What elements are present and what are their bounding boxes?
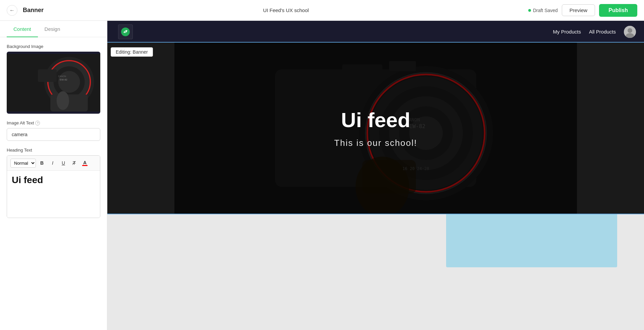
underline-button[interactable]: U (59, 158, 68, 168)
publish-button[interactable]: Publish (599, 4, 637, 17)
strikethrough-button[interactable]: T̸ (69, 158, 79, 168)
site-title: UI Feed's UX school (263, 7, 309, 13)
italic-button[interactable]: I (48, 158, 57, 168)
website-nav: My Products All Products (107, 21, 644, 43)
panel-title: Banner (23, 7, 44, 14)
nav-logo-icon (118, 24, 133, 39)
alt-text-input[interactable] (7, 128, 100, 141)
bg-image-label: Background Image (7, 44, 100, 49)
nav-my-products[interactable]: My Products (553, 29, 581, 35)
svg-text:CANON: CANON (58, 75, 66, 77)
tab-design[interactable]: Design (38, 21, 67, 37)
svg-point-4 (58, 71, 80, 93)
alt-text-label: Image Alt Text ? (7, 120, 100, 125)
svg-point-13 (628, 28, 632, 33)
bold-button[interactable]: B (37, 158, 47, 168)
text-format-select[interactable]: Normal (10, 159, 36, 168)
alt-text-info-icon[interactable]: ? (35, 121, 40, 125)
editor-toolbar: Normal B I U T̸ A (7, 156, 100, 171)
draft-dot (528, 9, 531, 12)
nav-logo-area (115, 24, 136, 39)
sidebar: Content Design Background Image (0, 21, 107, 330)
heading-text-section: Heading Text Normal B I U T̸ A (7, 148, 100, 218)
user-avatar[interactable] (624, 26, 636, 38)
heading-editor-body[interactable]: Ui feed (7, 171, 100, 218)
sidebar-tabs: Content Design (7, 21, 100, 37)
banner-heading: Ui feed (341, 108, 411, 132)
top-bar-left: ← Banner (7, 5, 44, 16)
draft-saved-label: Draft Saved (533, 8, 558, 13)
banner-subtext: This is our school! (334, 138, 417, 148)
editing-badge: Editing: Banner (111, 47, 153, 57)
heading-editor-text: Ui feed (12, 175, 43, 185)
sidebar-content: Background Image (0, 37, 107, 225)
tab-content[interactable]: Content (7, 21, 38, 37)
sidebar-header: Content Design (0, 21, 107, 37)
banner-content: Ui feed This is our school! (107, 43, 644, 214)
color-a-letter: A (83, 160, 87, 165)
preview-button[interactable]: Preview (562, 4, 595, 16)
banner-section[interactable]: Editing: Banner (107, 43, 644, 214)
back-button[interactable]: ← (7, 5, 17, 16)
top-bar-right: Draft Saved Preview Publish (528, 4, 637, 17)
svg-rect-6 (50, 94, 88, 111)
alt-text-section: Image Alt Text ? (7, 120, 100, 141)
nav-right: My Products All Products (553, 26, 636, 38)
main-layout: Content Design Background Image (0, 21, 644, 330)
bg-image-section: Background Image (7, 44, 100, 114)
website-preview: My Products All Products Editing: Banner (107, 21, 644, 267)
bg-image-preview[interactable]: EW-82 CANON (7, 52, 100, 114)
svg-rect-8 (38, 69, 57, 82)
canvas-area: My Products All Products Editing: Banner (107, 21, 644, 330)
heading-text-label: Heading Text (7, 148, 100, 153)
blue-placeholder-block (446, 214, 617, 267)
svg-text:EW-82: EW-82 (60, 78, 67, 81)
nav-all-products[interactable]: All Products (589, 29, 616, 35)
text-color-button[interactable]: A (80, 158, 90, 168)
color-bar (82, 165, 88, 166)
draft-saved-indicator: Draft Saved (528, 8, 558, 13)
text-editor: Normal B I U T̸ A Ui feed (7, 155, 100, 218)
top-bar: ← Banner UI Feed's UX school Draft Saved… (0, 0, 644, 21)
svg-point-7 (57, 91, 69, 110)
below-banner-section (107, 214, 644, 267)
